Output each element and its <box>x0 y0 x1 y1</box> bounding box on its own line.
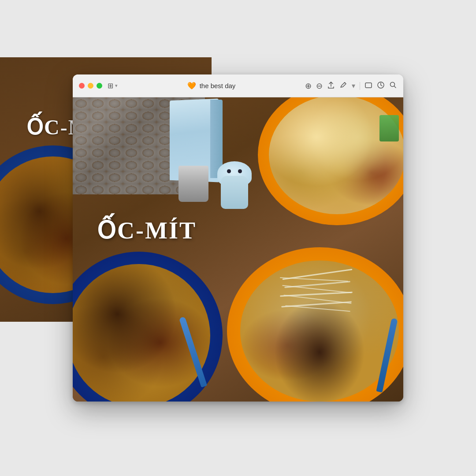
metal-cup <box>178 166 208 202</box>
eye-left <box>227 169 231 173</box>
window-icon[interactable] <box>364 81 372 91</box>
minimize-button[interactable] <box>88 83 93 89</box>
restaurant-name: ỐC-MÍT <box>97 216 197 244</box>
page-title: the best day <box>200 82 236 89</box>
condiment-body <box>221 176 248 209</box>
green-cup <box>379 115 399 141</box>
zoom-in-icon[interactable]: ⊕ <box>305 81 312 91</box>
svg-rect-0 <box>365 83 372 88</box>
noodle-bundle <box>280 269 359 340</box>
condiment-eyes <box>227 169 242 173</box>
sidebar-icon: ⊞ <box>108 82 113 90</box>
toolbar-divider <box>360 82 360 90</box>
sidebar-chevron: ▾ <box>115 83 118 89</box>
sidebar-button[interactable]: ⊞ ▾ <box>108 82 118 90</box>
eye-right <box>238 169 242 173</box>
search-icon[interactable] <box>389 81 397 91</box>
annotate-icon[interactable] <box>339 81 347 91</box>
plate-bottom-right-food <box>240 260 399 402</box>
toolbar-title-area: 🧡 the best day <box>123 82 300 90</box>
annotate-chevron[interactable]: ▾ <box>352 82 355 90</box>
traffic-lights <box>79 83 102 89</box>
browser-window: ⊞ ▾ 🧡 the best day ⊕ ⊖ <box>73 74 403 402</box>
zoom-out-icon[interactable]: ⊖ <box>316 81 323 91</box>
share-icon[interactable] <box>327 81 335 91</box>
close-button[interactable] <box>79 83 85 89</box>
maximize-button[interactable] <box>97 83 102 89</box>
nav-icon[interactable] <box>377 81 385 91</box>
content-area: ỐC-MÍT <box>73 97 403 402</box>
condiment-holder <box>217 161 252 209</box>
page-favicon: 🧡 <box>187 82 196 90</box>
toolbar-actions: ⊕ ⊖ ▾ <box>305 81 397 91</box>
page-wrapper: ỐC-MÍT ⊞ ▾ 🧡 the best day ⊕ ⊖ <box>0 0 476 476</box>
browser-toolbar: ⊞ ▾ 🧡 the best day ⊕ ⊖ <box>73 74 403 97</box>
plate-bottom-left <box>73 252 223 402</box>
